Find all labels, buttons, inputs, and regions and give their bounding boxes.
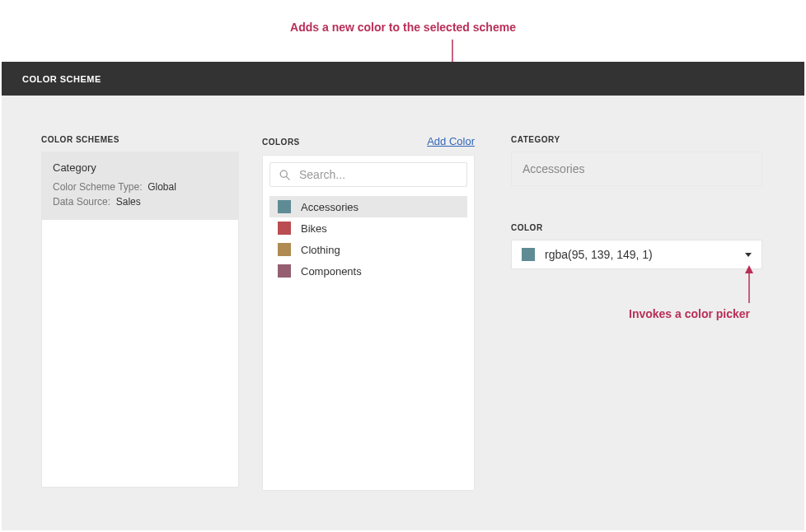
colors-list-box: AccessoriesBikesClothingComponents bbox=[262, 155, 475, 491]
color-item-label: Bikes bbox=[301, 222, 327, 235]
color-schemes-label: COLOR SCHEMES bbox=[41, 135, 239, 144]
properties-column: CATEGORY COLOR rgba(95, 139, 149, 1) bbox=[511, 135, 762, 269]
search-wrap[interactable] bbox=[269, 162, 467, 187]
color-label: COLOR bbox=[511, 223, 762, 232]
color-swatch-icon bbox=[278, 200, 291, 213]
color-schemes-list: Category Color Scheme Type: Global Data … bbox=[41, 152, 239, 488]
color-item[interactable]: Components bbox=[269, 260, 467, 282]
svg-line-3 bbox=[286, 176, 289, 180]
color-swatch-icon bbox=[278, 222, 291, 235]
category-label: CATEGORY bbox=[511, 135, 762, 144]
color-schemes-column: COLOR SCHEMES Category Color Scheme Type… bbox=[41, 135, 239, 488]
search-input[interactable] bbox=[299, 168, 458, 181]
color-item[interactable]: Clothing bbox=[269, 239, 467, 260]
app-bar: COLOR SCHEME bbox=[2, 62, 804, 96]
color-item-label: Components bbox=[301, 265, 362, 278]
colors-column: COLORS Add Color AccessoriesBikesClothin… bbox=[262, 135, 475, 491]
color-swatch-icon bbox=[278, 264, 291, 278]
color-item[interactable]: Bikes bbox=[269, 217, 467, 239]
scheme-item-name: Category bbox=[42, 152, 238, 180]
color-item-label: Clothing bbox=[301, 244, 340, 256]
scheme-source-label: Data Source: bbox=[53, 196, 110, 208]
scheme-item-category[interactable]: Category Color Scheme Type: Global Data … bbox=[42, 152, 238, 220]
category-field[interactable] bbox=[511, 152, 762, 186]
arrow-up-icon bbox=[744, 265, 754, 303]
scheme-source-value: Sales bbox=[116, 196, 141, 208]
scheme-type-label: Color Scheme Type: bbox=[53, 181, 143, 193]
color-item-label: Accessories bbox=[301, 201, 358, 213]
color-swatch-icon bbox=[522, 248, 535, 261]
color-item[interactable]: Accessories bbox=[269, 196, 467, 217]
annotation-color-picker: Invokes a color picker bbox=[629, 307, 750, 320]
color-list: AccessoriesBikesClothingComponents bbox=[269, 196, 467, 282]
color-picker-select[interactable]: rgba(95, 139, 149, 1) bbox=[511, 240, 762, 269]
color-swatch-icon bbox=[278, 243, 291, 256]
app-bar-title: COLOR SCHEME bbox=[22, 74, 101, 84]
chevron-down-icon bbox=[745, 253, 752, 257]
colors-label: COLORS bbox=[262, 138, 300, 147]
search-icon bbox=[279, 169, 291, 181]
scheme-type-value: Global bbox=[148, 181, 176, 193]
annotation-add-color: Adds a new color to the selected scheme bbox=[0, 21, 806, 34]
color-value-text: rgba(95, 139, 149, 1) bbox=[545, 248, 745, 261]
add-color-link[interactable]: Add Color bbox=[427, 135, 475, 147]
scheme-item-meta: Color Scheme Type: Global Data Source: S… bbox=[42, 180, 238, 219]
